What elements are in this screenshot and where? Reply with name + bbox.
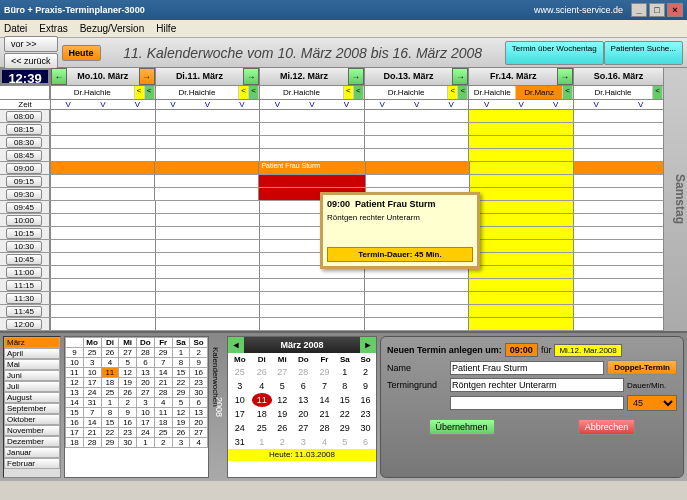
schedule-cell[interactable] xyxy=(50,292,155,304)
today-footer[interactable]: Heute: 11.03.2008 xyxy=(228,449,376,461)
schedule-cell[interactable] xyxy=(364,279,469,291)
schedule-cell[interactable] xyxy=(364,136,469,148)
schedule-cell[interactable] xyxy=(259,318,364,330)
time-label[interactable]: 09:45 xyxy=(6,202,42,213)
schedule-cell[interactable] xyxy=(468,305,573,317)
time-label[interactable]: 11:15 xyxy=(6,280,42,291)
calendar-day[interactable]: 12 xyxy=(272,393,292,407)
day-header-mi[interactable]: Mi.12. März xyxy=(260,68,348,85)
day-header-so[interactable]: So.16. März xyxy=(574,68,663,85)
schedule-cell[interactable] xyxy=(468,266,573,278)
next-month-icon[interactable]: ► xyxy=(360,337,376,353)
schedule-cell[interactable] xyxy=(50,188,154,200)
schedule-cell[interactable] xyxy=(259,123,364,135)
schedule-cell[interactable] xyxy=(155,318,260,330)
calendar-day[interactable]: 5 xyxy=(335,435,355,449)
day-header-do[interactable]: Do.13. März xyxy=(365,68,453,85)
calendar-day[interactable]: 14 xyxy=(314,393,334,407)
month-item[interactable]: April xyxy=(4,348,60,359)
schedule-cell[interactable] xyxy=(155,279,260,291)
schedule-cell[interactable] xyxy=(573,305,663,317)
day-header-mo[interactable]: Mo.10. März xyxy=(67,68,139,85)
schedule-cell[interactable] xyxy=(573,266,663,278)
time-label[interactable]: 09:00 xyxy=(6,163,42,174)
schedule-cell[interactable]: Patient Frau Sturm xyxy=(258,162,364,174)
calendar-day[interactable]: 20 xyxy=(292,407,314,421)
appt-time[interactable]: 09:00 xyxy=(505,343,538,357)
close-button[interactable]: × xyxy=(667,3,683,17)
minimize-button[interactable]: _ xyxy=(631,3,647,17)
time-label[interactable]: 10:30 xyxy=(6,241,42,252)
schedule-cell[interactable] xyxy=(573,123,663,135)
calendar-day[interactable]: 28 xyxy=(292,365,314,379)
calendar-day[interactable]: 3 xyxy=(292,435,314,449)
schedule-cell[interactable] xyxy=(468,214,573,226)
month-item[interactable]: Juni xyxy=(4,370,60,381)
schedule-cell[interactable] xyxy=(155,149,260,161)
calendar-day[interactable]: 30 xyxy=(355,421,376,435)
doppel-termin-button[interactable]: Doppel-Termin xyxy=(607,360,677,375)
duration-select[interactable]: 45 xyxy=(627,395,677,411)
schedule-cell[interactable] xyxy=(364,110,469,122)
calendar-day[interactable]: 26 xyxy=(272,421,292,435)
schedule-cell[interactable] xyxy=(155,305,260,317)
month-item[interactable]: Februar xyxy=(4,458,60,469)
schedule-cell[interactable] xyxy=(573,279,663,291)
month-item[interactable]: Oktober xyxy=(4,414,60,425)
calendar-day[interactable]: 2 xyxy=(272,435,292,449)
calendar-day[interactable]: 5 xyxy=(272,379,292,393)
schedule-cell[interactable] xyxy=(155,266,260,278)
calendar-day[interactable]: 7 xyxy=(314,379,334,393)
month-item[interactable]: September xyxy=(4,403,60,414)
schedule-cell[interactable] xyxy=(364,292,469,304)
calendar-day[interactable]: 4 xyxy=(314,435,334,449)
calendar-day[interactable]: 3 xyxy=(228,379,252,393)
termin-wochentag-button[interactable]: Termin über Wochentag xyxy=(505,41,604,65)
schedule-cell[interactable] xyxy=(155,240,260,252)
extra-input[interactable] xyxy=(450,396,624,410)
schedule-cell[interactable] xyxy=(50,214,155,226)
calendar-day[interactable]: 1 xyxy=(252,435,272,449)
calendar-day[interactable]: 6 xyxy=(292,379,314,393)
schedule-cell[interactable] xyxy=(155,253,260,265)
time-label[interactable]: 11:00 xyxy=(6,267,42,278)
doctor-cell[interactable]: Dr.Haichle xyxy=(260,86,344,99)
time-label[interactable]: 10:00 xyxy=(6,215,42,226)
time-label[interactable]: 09:15 xyxy=(6,176,42,187)
schedule-cell[interactable] xyxy=(468,110,573,122)
schedule-cell[interactable] xyxy=(365,175,469,187)
schedule-cell[interactable] xyxy=(573,136,663,148)
next-day-icon[interactable]: → xyxy=(452,68,468,85)
schedule-cell[interactable] xyxy=(469,188,573,200)
menu-hilfe[interactable]: Hilfe xyxy=(156,23,176,34)
schedule-cell[interactable] xyxy=(365,162,469,174)
schedule-cell[interactable] xyxy=(468,240,573,252)
schedule-cell[interactable] xyxy=(50,201,155,213)
schedule-cell[interactable] xyxy=(469,162,573,174)
schedule-cell[interactable] xyxy=(468,279,573,291)
schedule-cell[interactable] xyxy=(468,123,573,135)
schedule-cell[interactable] xyxy=(573,175,663,187)
calendar-day[interactable]: 4 xyxy=(252,379,272,393)
marker-icon[interactable]: < xyxy=(135,86,145,99)
time-label[interactable]: 10:15 xyxy=(6,228,42,239)
schedule-cell[interactable] xyxy=(364,149,469,161)
calendar-day[interactable]: 29 xyxy=(314,365,334,379)
schedule-cell[interactable] xyxy=(573,240,663,252)
schedule-cell[interactable] xyxy=(259,292,364,304)
schedule-cell[interactable] xyxy=(364,318,469,330)
calendar-day[interactable]: 26 xyxy=(252,365,272,379)
time-label[interactable]: 10:45 xyxy=(6,254,42,265)
schedule-cell[interactable] xyxy=(154,175,258,187)
schedule-cell[interactable] xyxy=(468,253,573,265)
schedule-cell[interactable] xyxy=(258,175,364,187)
schedule-cell[interactable] xyxy=(50,279,155,291)
menu-bezug[interactable]: Bezug/Version xyxy=(80,23,145,34)
doctor-cell[interactable]: Dr.Haichle xyxy=(156,86,240,99)
prev-month-icon[interactable]: ◄ xyxy=(228,337,244,353)
schedule-cell[interactable] xyxy=(364,123,469,135)
schedule-cell[interactable] xyxy=(154,162,258,174)
schedule-cell[interactable] xyxy=(155,292,260,304)
calendar-day[interactable]: 10 xyxy=(228,393,252,407)
calendar-day[interactable]: 1 xyxy=(335,365,355,379)
